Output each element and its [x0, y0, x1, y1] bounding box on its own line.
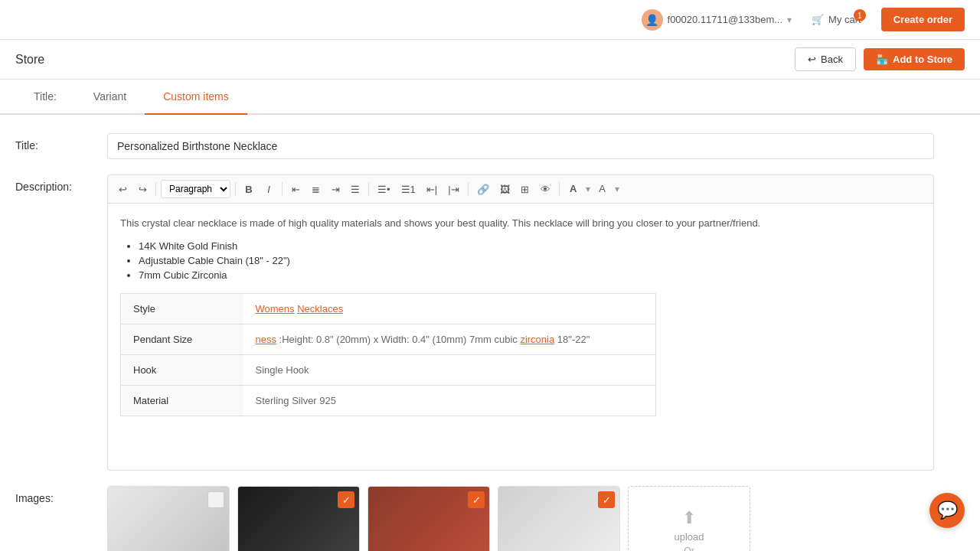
- back-button[interactable]: ↩ Back: [795, 47, 856, 71]
- spec-value-material: Sterling Silver 925: [243, 385, 656, 416]
- highlight-button[interactable]: A: [593, 181, 612, 197]
- table-button[interactable]: ⊞: [517, 181, 534, 197]
- spec-value-necklaces: Necklaces: [297, 303, 343, 315]
- spec-pendant-ness: ness: [256, 334, 276, 345]
- image-thumb-1[interactable]: [107, 486, 230, 551]
- check-icon-4: ✓: [603, 494, 611, 506]
- bullet-item-2: Adjustable Cable Chain (18" - 22"): [139, 255, 921, 266]
- main-content: Title: Description: ↩ ↪ Paragraph Headin…: [0, 115, 980, 551]
- indent-increase-button[interactable]: |⇥: [444, 181, 462, 197]
- bold-button[interactable]: B: [240, 181, 257, 197]
- back-arrow-icon: ↩: [808, 54, 816, 65]
- user-email: f00020.11711@133bem...: [668, 14, 783, 25]
- title-label: Title:: [15, 133, 107, 152]
- user-icon-symbol: 👤: [645, 14, 658, 26]
- font-color-label: A: [570, 183, 577, 194]
- editor-toolbar: ↩ ↪ Paragraph Heading 1 Heading 2 Headin…: [107, 174, 934, 203]
- image-check-2[interactable]: ✓: [338, 491, 354, 508]
- add-to-store-label: Add to Store: [893, 54, 952, 65]
- spec-value-pendant: ness :Height: 0.8" (20mm) x Width: 0.4" …: [243, 324, 656, 354]
- spec-row-pendant: Pendant Size ness :Height: 0.8" (20mm) x…: [121, 324, 656, 354]
- description-intro: This crystal clear necklace is made of h…: [120, 216, 921, 231]
- undo-button[interactable]: ↩: [114, 181, 131, 197]
- highlight-chevron[interactable]: ▾: [615, 184, 619, 194]
- store-title: Store: [15, 53, 44, 67]
- images-section: Images: ✓ ✓: [15, 486, 965, 551]
- toolbar-separator-4: [368, 182, 369, 196]
- title-input[interactable]: [107, 133, 934, 159]
- description-row: Description: ↩ ↪ Paragraph Heading 1 Hea…: [15, 174, 965, 471]
- spec-key-pendant: Pendant Size: [121, 324, 243, 354]
- format-select[interactable]: Paragraph Heading 1 Heading 2 Heading 3: [161, 180, 230, 198]
- indent-decrease-button[interactable]: ⇤|: [423, 181, 441, 197]
- spec-value-hook: Single Hook: [243, 354, 656, 385]
- bullet-list-button[interactable]: ☰•: [374, 181, 394, 197]
- italic-button[interactable]: I: [260, 181, 277, 197]
- ordered-list-button[interactable]: ☰1: [397, 181, 420, 197]
- user-info[interactable]: 👤 f00020.11711@133bem... ▾: [642, 9, 792, 31]
- tab-variant[interactable]: Variant: [75, 80, 145, 115]
- image-check-1[interactable]: [207, 491, 224, 508]
- upload-or: Or: [684, 546, 694, 552]
- title-field: [107, 133, 934, 159]
- editor-body[interactable]: This crystal clear necklace is made of h…: [107, 203, 934, 471]
- image-check-4[interactable]: ✓: [598, 491, 615, 508]
- cart-button[interactable]: 🛒 1 My cart: [804, 9, 869, 30]
- images-grid: ✓ ✓ ✓ ⬆ upload Or: [107, 486, 750, 551]
- spec-key-material: Material: [121, 385, 243, 416]
- cart-icon: 🛒: [812, 14, 824, 25]
- align-center-button[interactable]: ≣: [307, 181, 324, 197]
- image-thumb-4[interactable]: ✓: [498, 486, 620, 551]
- bullet-item-3: 7mm Cubic Zirconia: [139, 269, 921, 281]
- create-order-button[interactable]: Create order: [881, 8, 965, 31]
- spec-row-material: Material Sterling Silver 925: [121, 385, 656, 416]
- check-icon-2: ✓: [342, 494, 351, 506]
- back-label: Back: [821, 54, 843, 65]
- bullet-list: 14K White Gold Finish Adjustable Cable C…: [120, 240, 921, 281]
- spec-pendant-zirconia: zirconia: [520, 334, 554, 345]
- cart-badge: 1: [854, 9, 866, 21]
- header-actions: ↩ Back 🏪 Add to Store: [795, 47, 965, 71]
- user-avatar-icon: 👤: [642, 9, 663, 31]
- link-button[interactable]: 🔗: [473, 181, 493, 197]
- tab-product[interactable]: Title:: [15, 80, 75, 115]
- tab-custom-items[interactable]: Custom items: [145, 80, 247, 115]
- justify-button[interactable]: ☰: [347, 181, 364, 197]
- font-color-button[interactable]: A: [564, 181, 583, 197]
- spec-value-style: Womens Necklaces: [243, 293, 656, 324]
- store-icon: 🏪: [876, 54, 888, 65]
- bullet-item-1: 14K White Gold Finish: [139, 240, 921, 252]
- title-row: Title:: [15, 133, 965, 159]
- toolbar-separator-1: [155, 182, 156, 196]
- chat-icon: 💬: [937, 500, 958, 520]
- spec-pendant-details: :Height: 0.8" (20mm) x Width: 0.4" (10mm…: [279, 334, 521, 345]
- upload-box[interactable]: ⬆ upload Or: [628, 486, 750, 551]
- toolbar-separator-2: [235, 182, 236, 196]
- description-label: Description:: [15, 174, 107, 193]
- image-thumb-3[interactable]: ✓: [368, 486, 490, 551]
- user-chevron-icon: ▾: [787, 15, 792, 25]
- spec-key-style: Style: [121, 293, 243, 324]
- redo-button[interactable]: ↪: [134, 181, 151, 197]
- toolbar-separator-5: [468, 182, 469, 196]
- toolbar-separator-6: [559, 182, 560, 196]
- upload-label: upload: [674, 531, 704, 543]
- spec-value-womens: Womens: [256, 303, 295, 315]
- add-to-store-button[interactable]: 🏪 Add to Store: [864, 48, 965, 70]
- spec-key-hook: Hook: [121, 354, 243, 385]
- image-button[interactable]: 🖼: [496, 181, 514, 197]
- font-color-chevron[interactable]: ▾: [586, 184, 590, 194]
- spec-row-hook: Hook Single Hook: [121, 354, 656, 385]
- image-thumb-2[interactable]: ✓: [237, 486, 360, 551]
- tabs-bar: Title: Variant Custom items: [0, 80, 980, 115]
- images-label: Images:: [15, 486, 107, 504]
- align-right-button[interactable]: ⇥: [327, 181, 344, 197]
- description-field: ↩ ↪ Paragraph Heading 1 Heading 2 Headin…: [107, 174, 934, 471]
- check-icon-3: ✓: [472, 494, 481, 506]
- chat-fab[interactable]: 💬: [929, 493, 965, 528]
- upload-icon: ⬆: [682, 508, 696, 528]
- highlight-label: A: [599, 183, 606, 194]
- align-left-button[interactable]: ⇤: [287, 181, 304, 197]
- image-check-3[interactable]: ✓: [468, 491, 485, 508]
- preview-button[interactable]: 👁: [537, 181, 554, 197]
